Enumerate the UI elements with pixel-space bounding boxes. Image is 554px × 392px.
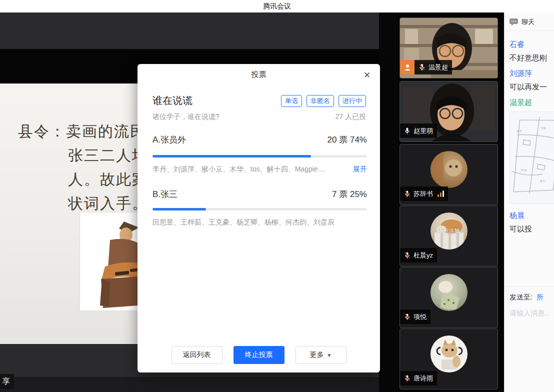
option-b-progress	[152, 208, 367, 210]
badge-in-progress: 进行中	[338, 95, 366, 107]
mic-off-icon	[404, 190, 410, 198]
poll-total-voted: 27 人已投	[336, 112, 366, 122]
chat-bubble-icon	[510, 18, 518, 26]
badge-not-anonymous: 非匿名	[306, 95, 334, 107]
chat-message: 可以再发一	[510, 82, 554, 92]
screen-share-indicator[interactable]: 享	[0, 374, 14, 389]
cat-photo	[430, 274, 468, 311]
chat-input[interactable]: 请输入消息...	[510, 309, 554, 318]
more-button[interactable]: 更多 ▼	[296, 346, 346, 364]
person-icon	[404, 64, 412, 72]
video-tile[interactable]: 温景超	[400, 18, 498, 78]
network-signal-icon	[438, 190, 444, 197]
option-b-votes: 7 票 25%	[332, 188, 367, 200]
video-tile[interactable]: 不想冻脑 杜晨yz	[400, 206, 498, 266]
participant-name: 温景超	[428, 63, 448, 72]
badge-single-choice: 单选	[281, 95, 302, 107]
send-to-label: 发送至:	[510, 293, 532, 302]
svg-text:州 衙: 州 衙	[521, 168, 526, 172]
chat-sender: 杨晨	[510, 211, 554, 220]
share-right-gutter	[379, 12, 398, 392]
expand-link[interactable]: 展开	[353, 165, 367, 174]
chat-image-attachment[interactable]: 西市官道 州 衙集市	[510, 112, 554, 204]
cat-photo	[430, 336, 468, 372]
mic-off-icon	[418, 64, 426, 71]
chat-footer: 发送至: 所 请输入消息...	[504, 286, 554, 318]
option-a-progress	[152, 155, 367, 158]
mic-on-icon	[404, 127, 410, 134]
send-to-selector[interactable]: 所	[536, 293, 544, 302]
chat-message: 不好意思刚	[510, 54, 554, 63]
participant-name: 唐诗雨	[414, 374, 433, 383]
avatar-overlay-text: 不想冻脑	[438, 228, 460, 235]
option-a-votes: 20 票 74%	[328, 134, 367, 146]
avatar	[430, 151, 468, 188]
map-sketch: 西市官道 州 衙集市	[510, 112, 554, 204]
avatar	[430, 336, 468, 372]
poll-dialog: 投票 ✕ 谁在说谎 单选 非匿名 进行中 诸位学子，谁在说谎? 27 人已投 A…	[138, 64, 380, 372]
chat-title: 聊天	[522, 18, 534, 26]
svg-text:西市: 西市	[517, 130, 522, 133]
chat-sender: 温景超	[510, 98, 554, 108]
meeting-window: 腾讯会议 县令：卖画的流民现 张三二人均将 人。故此案缺 状词入手。	[0, 0, 554, 392]
video-tile[interactable]: 赵里萌	[400, 81, 498, 142]
back-to-list-button[interactable]: 返回列表	[172, 346, 222, 364]
video-tile[interactable]: 项悦	[400, 267, 498, 328]
slide-letterbox-bottom	[0, 377, 379, 392]
svg-text:集市: 集市	[540, 180, 545, 182]
poll-description: 诸位学子，谁在说谎?	[152, 112, 336, 122]
window-titlebar: 腾讯会议	[0, 0, 554, 12]
host-badge	[400, 60, 414, 74]
option-b-label: B.张三	[152, 188, 332, 200]
chat-messages: 石睿 不好意思刚 刘源萍 可以再发一 温景超 西	[504, 31, 554, 234]
poll-badges: 单选 非匿名 进行中	[281, 95, 366, 107]
chat-sender: 刘源萍	[510, 69, 554, 78]
chat-panel: 聊天 石睿 不好意思刚 刘源萍 可以再发一 温景超	[504, 12, 554, 392]
participant-name: 赵里萌	[414, 126, 433, 136]
chat-sender: 石睿	[510, 40, 554, 50]
avatar	[430, 274, 468, 311]
participant-name: 项悦	[414, 312, 426, 322]
cat-photo	[430, 151, 468, 188]
participant-name: 苏辞书	[414, 190, 433, 198]
participant-name: 杜晨yz	[414, 251, 433, 260]
mic-off-icon	[404, 252, 410, 259]
mic-off-icon	[404, 374, 410, 382]
chat-message: 可以投	[510, 224, 554, 234]
poll-question: 谁在说谎	[152, 94, 281, 108]
avatar: 不想冻脑	[430, 212, 468, 250]
option-b-voters: 田思昱、王梓茹、王克豪、杨芝卿、杨柳、何杰韵、刘彦辰	[152, 218, 367, 227]
poll-dialog-title: 投票	[138, 70, 380, 80]
video-tile[interactable]: 苏辞书	[400, 144, 498, 205]
window-title: 腾讯会议	[263, 2, 291, 11]
chevron-down-icon: ▼	[327, 352, 332, 358]
stop-poll-button[interactable]: 终止投票	[234, 346, 284, 364]
mic-off-icon	[404, 313, 410, 320]
option-a-voters: 李丹、刘源萍、猴小京、木华、tos、解十四、Magpie....	[152, 165, 348, 174]
svg-text:官道: 官道	[541, 126, 546, 130]
video-tile[interactable]: 唐诗雨	[400, 328, 498, 390]
video-strip: 温景超	[398, 12, 504, 392]
close-icon[interactable]: ✕	[361, 69, 373, 81]
option-a-label: A.张员外	[152, 134, 328, 146]
chat-header: 聊天	[504, 12, 554, 31]
